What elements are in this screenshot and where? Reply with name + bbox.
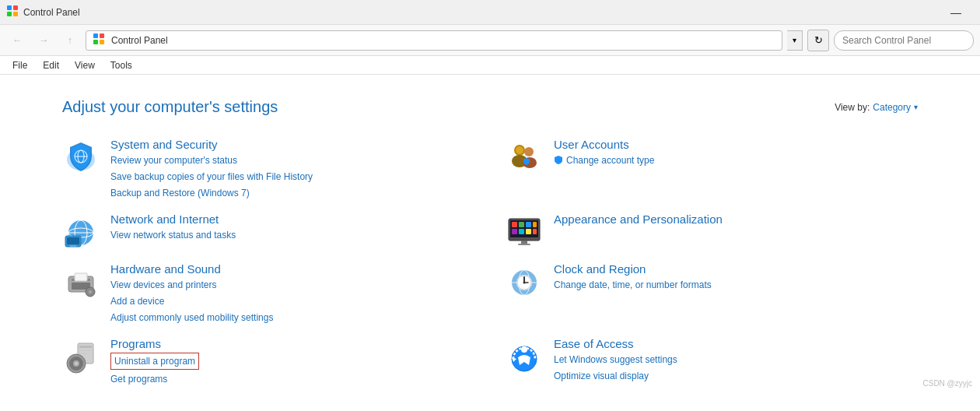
user-accounts-icon xyxy=(506,138,543,175)
address-dropdown-button[interactable]: ▾ xyxy=(787,30,803,51)
system-security-link-2[interactable]: Save backup copies of your files with Fi… xyxy=(110,170,313,184)
category-appearance-personalization: Appearance and Personalization xyxy=(490,206,933,256)
appearance-title[interactable]: Appearance and Personalization xyxy=(554,213,723,226)
programs-link-uninstall[interactable]: Uninstall a program xyxy=(110,353,199,370)
svg-rect-51 xyxy=(79,346,92,348)
svg-rect-3 xyxy=(13,12,18,16)
svg-rect-29 xyxy=(533,222,537,227)
svg-rect-1 xyxy=(13,5,18,10)
svg-rect-23 xyxy=(70,245,76,247)
svg-rect-22 xyxy=(67,237,79,244)
page-title: Adjust your computer's settings xyxy=(62,98,278,116)
svg-rect-6 xyxy=(93,40,98,44)
network-internet-text: Network and Internet View network status… xyxy=(110,213,236,242)
category-hardware-sound: Hardware and Sound View devices and prin… xyxy=(47,256,490,331)
hardware-sound-link-1[interactable]: View devices and printers xyxy=(110,278,273,292)
hardware-sound-text: Hardware and Sound View devices and prin… xyxy=(110,262,273,325)
title-bar-left: Control Panel xyxy=(6,5,80,19)
view-by-arrow[interactable]: ▾ xyxy=(914,103,918,111)
category-ease-of-access: Ease of Access Let Windows suggest setti… xyxy=(490,331,933,392)
ease-of-access-link-2[interactable]: Optimize visual display xyxy=(554,369,677,383)
menu-bar: File Edit View Tools xyxy=(0,56,980,75)
svg-point-15 xyxy=(524,147,534,156)
programs-link-get[interactable]: Get programs xyxy=(110,372,199,386)
svg-rect-0 xyxy=(7,5,12,10)
system-security-text: System and Security Review your computer… xyxy=(110,138,313,200)
hardware-sound-link-2[interactable]: Add a device xyxy=(110,294,273,308)
user-accounts-text: User Accounts Change account type xyxy=(554,138,654,167)
hardware-sound-link-3[interactable]: Adjust commonly used mobility settings xyxy=(110,311,273,325)
category-network-internet: Network and Internet View network status… xyxy=(47,206,490,256)
category-system-security: System and Security Review your computer… xyxy=(47,132,490,206)
clock-region-link-1[interactable]: Change date, time, or number formats xyxy=(554,278,712,292)
back-button[interactable]: ← xyxy=(6,30,28,51)
clock-region-title[interactable]: Clock and Region xyxy=(554,262,712,276)
refresh-button[interactable]: ↻ xyxy=(807,30,829,51)
svg-rect-4 xyxy=(93,33,98,38)
ease-of-access-title[interactable]: Ease of Access xyxy=(554,337,677,350)
ease-of-access-icon xyxy=(506,337,543,374)
main-content: Adjust your computer's settings View by:… xyxy=(0,75,980,392)
forward-button[interactable]: → xyxy=(33,30,54,51)
page-header: Adjust your computer's settings View by:… xyxy=(0,98,980,132)
hardware-sound-title[interactable]: Hardware and Sound xyxy=(110,262,273,276)
view-by-value[interactable]: Category xyxy=(873,102,911,113)
svg-rect-2 xyxy=(7,12,12,16)
menu-tools[interactable]: Tools xyxy=(104,58,138,72)
svg-rect-30 xyxy=(512,229,517,234)
menu-file[interactable]: File xyxy=(6,58,33,72)
svg-rect-39 xyxy=(75,273,87,281)
menu-edit[interactable]: Edit xyxy=(37,58,65,72)
svg-point-14 xyxy=(516,146,523,154)
svg-rect-5 xyxy=(100,33,104,38)
svg-point-49 xyxy=(523,282,526,284)
menu-view[interactable]: View xyxy=(68,58,101,72)
clock-region-text: Clock and Region Change date, time, or n… xyxy=(554,262,712,292)
watermark: CSDN @zyyjc xyxy=(923,379,973,388)
ease-of-access-link-1[interactable]: Let Windows suggest settings xyxy=(554,353,677,367)
clock-region-icon xyxy=(506,262,543,300)
title-bar: Control Panel — xyxy=(0,0,980,25)
system-security-link-3[interactable]: Backup and Restore (Windows 7) xyxy=(110,186,313,200)
minimize-button[interactable]: — xyxy=(938,0,974,25)
app-icon xyxy=(6,5,19,19)
category-clock-region: Clock and Region Change date, time, or n… xyxy=(490,256,933,331)
svg-rect-27 xyxy=(519,222,524,227)
svg-rect-53 xyxy=(79,353,87,354)
appearance-text: Appearance and Personalization xyxy=(554,213,723,226)
svg-point-57 xyxy=(75,362,78,365)
settings-grid: System and Security Review your computer… xyxy=(0,132,980,392)
programs-icon xyxy=(62,337,100,374)
svg-rect-28 xyxy=(526,222,531,227)
programs-title[interactable]: Programs xyxy=(110,337,199,350)
search-input[interactable] xyxy=(834,30,974,51)
user-accounts-link-1[interactable]: Change account type xyxy=(566,153,654,167)
svg-rect-31 xyxy=(519,229,524,234)
system-security-link-1[interactable]: Review your computer's status xyxy=(110,153,313,167)
appearance-icon xyxy=(506,213,543,250)
address-icon xyxy=(93,33,105,47)
ease-of-access-text: Ease of Access Let Windows suggest setti… xyxy=(554,337,677,383)
hardware-sound-icon xyxy=(62,262,100,300)
network-internet-icon xyxy=(62,213,100,250)
programs-text: Programs Uninstall a program Get program… xyxy=(110,337,199,386)
network-internet-link-1[interactable]: View network status and tasks xyxy=(110,228,236,242)
address-text: Control Panel xyxy=(111,35,168,46)
svg-rect-32 xyxy=(526,229,531,234)
address-bar: ← → ↑ Control Panel ▾ ↻ xyxy=(0,25,980,56)
category-user-accounts: User Accounts Change account type xyxy=(490,132,933,206)
view-by-label: View by: xyxy=(835,102,870,113)
title-bar-controls: — xyxy=(938,0,974,25)
svg-rect-34 xyxy=(521,241,527,244)
svg-rect-33 xyxy=(533,229,537,234)
svg-rect-52 xyxy=(79,350,92,351)
address-field[interactable]: Control Panel xyxy=(86,30,782,51)
view-by-container: View by: Category ▾ xyxy=(835,102,918,113)
svg-rect-7 xyxy=(100,40,104,44)
system-security-title[interactable]: System and Security xyxy=(110,138,313,151)
network-internet-title[interactable]: Network and Internet xyxy=(110,213,236,226)
user-accounts-title[interactable]: User Accounts xyxy=(554,138,654,151)
system-security-icon xyxy=(62,138,100,175)
svg-rect-26 xyxy=(512,222,517,227)
up-button[interactable]: ↑ xyxy=(59,30,81,51)
